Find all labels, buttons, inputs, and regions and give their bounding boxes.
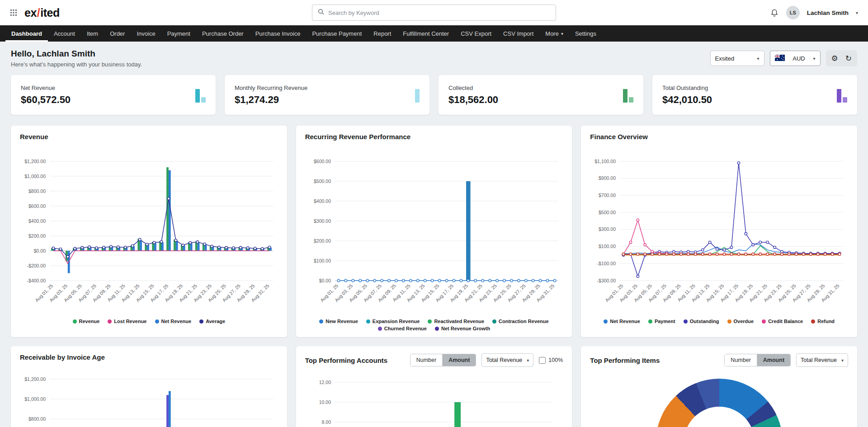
gear-icon: ⚙ <box>831 54 838 63</box>
nav-item-purchase-invoice[interactable]: Purchase Invoice <box>250 25 307 42</box>
nav-item-settings[interactable]: Settings <box>569 25 602 42</box>
svg-text:$1,000.00: $1,000.00 <box>24 174 46 179</box>
kpi-card-monthly-recurring-revenue: Monthly Recurring Revenue $1,274.29 <box>225 75 429 115</box>
number-toggle-button[interactable]: Number <box>410 354 443 366</box>
nav-item-csv-import[interactable]: CSV Import <box>497 25 539 42</box>
nav-item-account[interactable]: Account <box>48 25 81 42</box>
user-avatar[interactable]: LS <box>786 6 800 19</box>
dashboard-tools: ⚙ ↻ <box>826 50 858 66</box>
nav-item-item[interactable]: Item <box>81 25 104 42</box>
percent-checkbox-label[interactable]: 100% <box>539 357 563 364</box>
kpi-card-net-revenue: Net Revenue $60,572.50 <box>11 75 216 115</box>
company-select-value: Exsited <box>715 55 735 62</box>
search-input[interactable] <box>328 9 550 16</box>
metric-select-value: Total Revenue <box>486 357 522 363</box>
currency-select[interactable]: AUD ▾ <box>770 51 821 66</box>
nav-label: Report <box>373 30 391 37</box>
svg-text:$500.00: $500.00 <box>314 178 331 184</box>
svg-text:$300.00: $300.00 <box>599 226 616 232</box>
receivable-chart-card: Receivable by Invoice Age $0.00$200.00$4… <box>11 346 287 427</box>
amount-toggle-button[interactable]: Amount <box>757 354 790 366</box>
svg-text:-$100.00: -$100.00 <box>597 261 616 266</box>
metric-select[interactable]: Total Revenue ▾ <box>796 353 848 367</box>
mini-bar-chart-icon <box>195 87 206 103</box>
svg-text:$900.00: $900.00 <box>599 175 616 181</box>
chevron-down-icon: ▾ <box>527 358 529 363</box>
top-items-donut-chart <box>656 379 783 427</box>
svg-text:$1,200.00: $1,200.00 <box>24 376 46 382</box>
nav-item-purchase-order[interactable]: Purchase Order <box>196 25 250 42</box>
chart-title: Top Performing Accounts <box>305 357 388 364</box>
kpi-card-collected: Collected $18,562.00 <box>439 75 643 115</box>
svg-text:10.00: 10.00 <box>319 399 330 405</box>
svg-text:$800.00: $800.00 <box>28 416 46 422</box>
nav-item-order[interactable]: Order <box>104 25 131 42</box>
app-grid-icon[interactable] <box>10 9 17 16</box>
amount-toggle-button[interactable]: Amount <box>443 354 476 366</box>
percent-checkbox[interactable] <box>539 357 546 364</box>
australia-flag-icon <box>775 55 785 62</box>
svg-text:$200.00: $200.00 <box>28 233 46 239</box>
nav-label: Dashboard <box>11 30 42 37</box>
number-amount-toggle: Number Amount <box>410 354 476 366</box>
nav-item-csv-export[interactable]: CSV Export <box>455 25 497 42</box>
logo-slash: / <box>37 6 40 19</box>
top-items-chart-card: Top Performing Items Number Amount Total… <box>581 346 857 427</box>
chart-title: Revenue <box>20 133 278 141</box>
nav-item-payment[interactable]: Payment <box>161 25 196 42</box>
svg-text:$1,000.00: $1,000.00 <box>24 396 46 402</box>
top-bar: ex/ited LS Lachlan Smith ▾ <box>0 0 868 25</box>
settings-gear-button[interactable]: ⚙ <box>831 55 838 62</box>
finance-overview-chart-legend: Net RevenuePaymentOutstandingOverdueCred… <box>590 319 848 324</box>
logo-text-left: ex <box>24 6 37 19</box>
kpi-value: $1,274.29 <box>235 94 307 106</box>
logo-text-right: ited <box>40 6 59 19</box>
refresh-button[interactable]: ↻ <box>845 55 852 62</box>
mini-bar-chart-icon <box>623 87 633 103</box>
chart-title: Top Performing Items <box>590 357 660 364</box>
exsited-logo: ex/ited <box>24 6 60 19</box>
svg-text:$100.00: $100.00 <box>314 258 331 263</box>
nav-item-more[interactable]: More▾ <box>539 25 569 42</box>
kpi-label: Net Revenue <box>21 84 71 91</box>
nav-item-report[interactable]: Report <box>368 25 397 42</box>
kpi-label: Collected <box>448 84 498 91</box>
chart-title: Recurring Revenue Performance <box>305 133 563 141</box>
nav-label: Account <box>54 30 75 37</box>
chevron-down-icon: ▾ <box>561 31 563 36</box>
nav-item-dashboard[interactable]: Dashboard <box>5 25 48 42</box>
svg-text:-$200.00: -$200.00 <box>27 263 46 268</box>
kpi-label: Monthly Recurring Revenue <box>235 84 307 91</box>
svg-text:12.00: 12.00 <box>319 380 330 385</box>
company-select[interactable]: Exsited ▾ <box>710 51 764 66</box>
metric-select[interactable]: Total Revenue ▾ <box>481 353 533 367</box>
nav-item-fulfillment-center[interactable]: Fulfillment Center <box>397 25 455 42</box>
number-toggle-button[interactable]: Number <box>725 354 757 366</box>
nav-label: Purchase Payment <box>312 30 362 37</box>
nav-item-purchase-payment[interactable]: Purchase Payment <box>306 25 368 42</box>
svg-text:$600.00: $600.00 <box>28 203 46 209</box>
svg-text:$800.00: $800.00 <box>28 188 46 194</box>
search-icon <box>318 9 324 17</box>
nav-label: Purchase Invoice <box>255 30 301 37</box>
chevron-down-icon[interactable]: ▾ <box>856 10 858 15</box>
revenue-chart-legend: RevenueLost RevenueNet RevenueAverage <box>20 319 278 324</box>
kpi-value: $60,572.50 <box>21 94 71 106</box>
recurring-revenue-chart-legend: New RevenueExpansion RevenueReactivated … <box>305 319 563 331</box>
nav-label: Fulfillment Center <box>403 30 449 37</box>
metric-select-value: Total Revenue <box>801 357 837 363</box>
notification-bell-icon[interactable] <box>770 8 779 17</box>
svg-text:$400.00: $400.00 <box>314 198 331 204</box>
finance-overview-chart: -$300.00-$100.00$100.00$300.00$500.00$70… <box>590 157 849 316</box>
nav-label: Order <box>110 30 125 37</box>
global-search[interactable] <box>312 5 556 21</box>
svg-text:$0.00: $0.00 <box>34 248 46 253</box>
nav-label: Purchase Order <box>202 30 244 37</box>
kpi-label: Total Outstanding <box>662 84 712 91</box>
mini-bar-chart-icon <box>837 87 847 103</box>
revenue-chart-card: Revenue -$400.00-$200.00$0.00$200.00$400… <box>11 126 287 337</box>
receivable-chart: $0.00$200.00$400.00$600.00$800.00$1,000.… <box>20 375 278 427</box>
svg-text:$700.00: $700.00 <box>599 192 616 198</box>
nav-item-invoice[interactable]: Invoice <box>131 25 161 42</box>
svg-text:$300.00: $300.00 <box>314 218 331 224</box>
